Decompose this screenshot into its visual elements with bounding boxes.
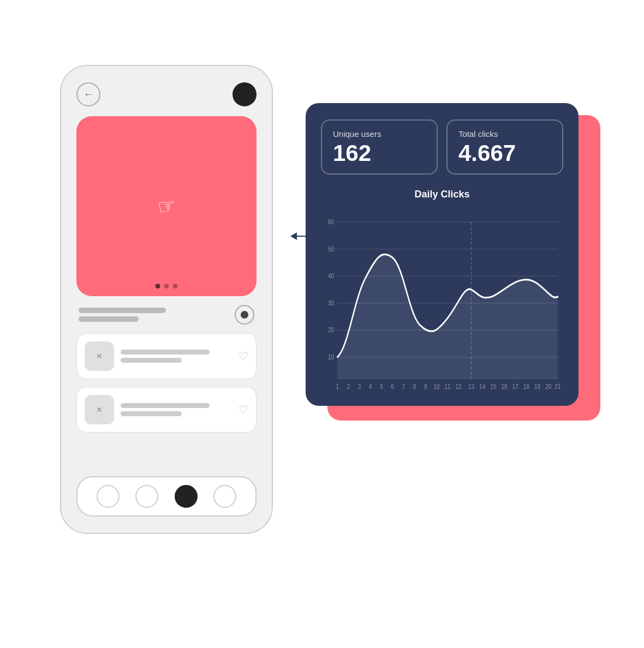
svg-text:1: 1 (336, 382, 339, 391)
svg-text:3: 3 (358, 382, 361, 391)
text-lines (79, 308, 166, 322)
svg-text:40: 40 (328, 272, 335, 280)
svg-text:2: 2 (347, 382, 350, 391)
svg-text:17: 17 (512, 382, 518, 391)
pagination-dots (156, 284, 178, 289)
svg-text:8: 8 (413, 382, 416, 391)
dot-2 (164, 284, 169, 289)
analytics-card: Unique users 162 Total clicks 4.667 Dail… (306, 103, 579, 406)
list-item: ✕ ♡ (76, 387, 257, 433)
unique-users-label: Unique users (333, 129, 426, 139)
nav-btn-3-active[interactable] (175, 485, 198, 508)
card-x-icon-2: ✕ (96, 405, 103, 414)
svg-text:9: 9 (424, 382, 427, 391)
scene: ← ☞ ✕ (49, 38, 595, 610)
card-line-1b (121, 358, 182, 363)
analytics-stack: Unique users 162 Total clicks 4.667 Dail… (306, 103, 595, 430)
phone-top-bar: ← (76, 82, 257, 106)
card-text-1 (121, 350, 232, 363)
phone-mockup: ← ☞ ✕ (60, 65, 273, 534)
svg-text:20: 20 (545, 382, 552, 391)
card-text-2 (121, 403, 232, 416)
nav-btn-1[interactable] (97, 485, 120, 508)
chart-section: Daily Clicks 60 50 40 (321, 189, 563, 393)
arrow-head (290, 232, 297, 240)
back-button[interactable]: ← (76, 82, 100, 106)
total-clicks-label: Total clicks (458, 129, 551, 139)
svg-text:6: 6 (391, 382, 394, 391)
svg-text:30: 30 (328, 298, 335, 307)
text-line-1 (79, 308, 166, 313)
card-thumbnail-2: ✕ (85, 395, 114, 424)
card-line-1a (121, 350, 210, 355)
svg-text:5: 5 (380, 382, 383, 391)
chart-title: Daily Clicks (321, 189, 563, 200)
chart-container: 60 50 40 30 20 10 1 2 (321, 208, 563, 393)
dot-3 (173, 284, 178, 289)
svg-text:16: 16 (501, 382, 507, 391)
nav-btn-4[interactable] (213, 485, 236, 508)
total-clicks-box: Total clicks 4.667 (446, 119, 563, 175)
svg-text:60: 60 (328, 218, 335, 226)
nav-btn-2[interactable] (135, 485, 158, 508)
stats-row: Unique users 162 Total clicks 4.667 (321, 119, 563, 175)
svg-text:18: 18 (523, 382, 529, 391)
bottom-nav (76, 476, 257, 517)
content-row (76, 305, 257, 325)
arrow-connector (290, 232, 313, 240)
unique-users-value: 162 (333, 142, 426, 165)
list-item: ✕ ♡ (76, 333, 257, 379)
hero-image: ☞ (76, 116, 257, 296)
cursor-icon: ☞ (155, 193, 177, 219)
svg-text:4: 4 (369, 382, 372, 391)
dot-1 (156, 284, 160, 289)
phone-camera-dot (232, 82, 257, 106)
svg-text:14: 14 (479, 382, 486, 391)
card-line-2a (121, 403, 210, 408)
svg-text:12: 12 (456, 382, 462, 391)
svg-text:50: 50 (328, 244, 335, 253)
heart-icon-1[interactable]: ♡ (238, 350, 248, 363)
card-line-2b (121, 411, 182, 416)
svg-text:21: 21 (554, 382, 560, 391)
card-x-icon-1: ✕ (96, 352, 103, 361)
arrow-line (297, 236, 313, 237)
total-clicks-value: 4.667 (458, 142, 551, 165)
svg-text:7: 7 (402, 382, 406, 391)
svg-text:19: 19 (534, 382, 540, 391)
card-thumbnail-1: ✕ (85, 341, 114, 371)
back-icon: ← (84, 89, 93, 99)
text-line-2 (79, 316, 139, 322)
record-inner (241, 311, 248, 319)
svg-text:13: 13 (468, 382, 474, 391)
svg-text:11: 11 (444, 382, 450, 391)
heart-icon-2[interactable]: ♡ (238, 403, 248, 416)
svg-text:10: 10 (328, 352, 335, 361)
svg-text:20: 20 (328, 326, 335, 334)
svg-text:15: 15 (490, 382, 496, 391)
line-chart: 60 50 40 30 20 10 1 2 (321, 208, 563, 393)
record-button[interactable] (235, 305, 254, 325)
svg-text:10: 10 (433, 382, 440, 391)
unique-users-box: Unique users 162 (321, 119, 438, 175)
